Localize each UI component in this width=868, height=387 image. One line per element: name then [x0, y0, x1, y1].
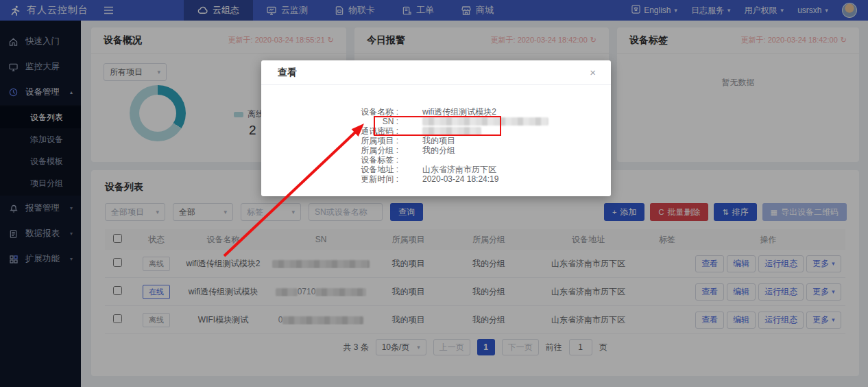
view-device-modal: 查看 × 设备名称 : wifi透传组测试模块2 SN : 通讯密码 : 所属项…: [261, 60, 611, 196]
modal-title: 查看: [278, 67, 297, 79]
field-label: 设备标签 :: [261, 155, 398, 165]
modal-header: 查看 ×: [261, 60, 611, 85]
field-value-masked: [422, 127, 481, 135]
field-row-sn: SN :: [261, 117, 611, 126]
field-row: 设备名称 : wifi透传组测试模块2: [261, 107, 611, 117]
close-icon[interactable]: ×: [590, 67, 596, 78]
field-row: 所属分组 : 我的分组: [261, 145, 611, 155]
device-detail-fields: 设备名称 : wifi透传组测试模块2 SN : 通讯密码 : 所属项目 : 我…: [261, 107, 611, 184]
field-label: SN :: [261, 117, 398, 126]
field-label: 更新时间 :: [261, 174, 398, 184]
field-row: 设备标签 :: [261, 155, 611, 165]
field-label: 设备地址 :: [261, 165, 398, 174]
field-value-masked: [422, 117, 548, 126]
field-label: 设备名称 :: [261, 107, 398, 117]
field-value: 我的分组: [422, 145, 455, 155]
field-row-password: 通讯密码 :: [261, 126, 611, 136]
field-row: 所属项目 : 我的项目: [261, 136, 611, 145]
field-value: 山东省济南市历下区: [422, 165, 496, 174]
field-label: 所属分组 :: [261, 145, 398, 155]
field-value: 我的项目: [422, 136, 455, 145]
field-label: 通讯密码 :: [261, 126, 398, 136]
field-value: 2020-03-24 18:24:19: [422, 174, 498, 184]
field-row: 更新时间 : 2020-03-24 18:24:19: [261, 174, 611, 184]
field-value: wifi透传组测试模块2: [422, 107, 496, 117]
field-row: 设备地址 : 山东省济南市历下区: [261, 165, 611, 174]
field-label: 所属项目 :: [261, 136, 398, 145]
